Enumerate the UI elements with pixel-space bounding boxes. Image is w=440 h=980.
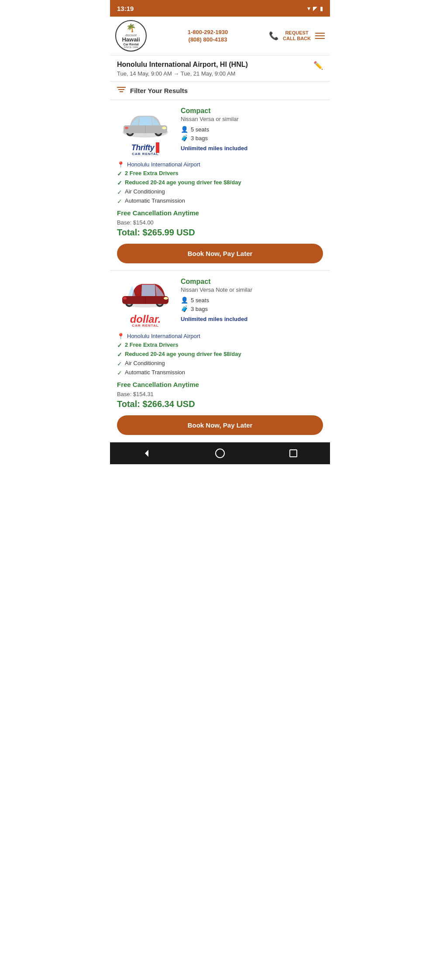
header: 🌴 discount Hawaii Car Rental - SINCE 199… (110, 17, 330, 55)
status-bar: 13:19 ▾ ◤ ▮ (110, 0, 330, 17)
total-price-thrifty: Total: $265.99 USD (117, 228, 323, 238)
status-time: 13:19 (117, 5, 134, 12)
unlimited-miles-dollar: Unlimited miles included (181, 316, 323, 322)
check-icon-1: ✓ (117, 170, 122, 177)
unlimited-miles-thrifty: Unlimited miles included (181, 145, 323, 152)
wifi-icon: ▾ (307, 5, 310, 12)
nav-recent-button[interactable] (285, 445, 302, 462)
car-image-thrifty (117, 107, 174, 140)
bags-spec-thrifty: 🧳 3 bags (181, 135, 323, 141)
search-location: Honolulu International Airport, HI (HNL) (117, 61, 248, 69)
car-specs-thrifty: 👤 5 seats 🧳 3 bags Unlimited miles inclu… (181, 126, 323, 152)
seats-spec-dollar: 👤 5 seats (181, 297, 323, 304)
thrifty-flag (156, 142, 159, 153)
car-details-thrifty: Compact Nissan Versa or similar 👤 5 seat… (181, 107, 323, 156)
check-icon-8: ✓ (117, 369, 122, 376)
signal-icon: ◤ (313, 5, 317, 12)
feature-ac-thrifty: ✓ Air Conditioning (117, 188, 323, 196)
menu-line-2 (315, 35, 325, 36)
car-model-thrifty: Nissan Versa or similar (181, 116, 323, 122)
menu-line-3 (315, 38, 325, 39)
phone-icon: 📞 (269, 31, 278, 41)
car-details-dollar: Compact Nissan Versa Note or similar 👤 5… (181, 278, 323, 328)
check-icon-2: ✓ (117, 179, 122, 186)
thrifty-sub-text: CAR RENTAL (132, 152, 158, 156)
car-image-dollar (117, 278, 174, 311)
search-dates: Tue, 14 May, 9:00 AM → Tue, 21 May, 9:00… (117, 70, 248, 77)
header-right: 📞 REQUESTCALL BACK (269, 30, 325, 41)
book-button-dollar[interactable]: Book Now, Pay Later (117, 415, 323, 435)
svg-point-9 (162, 127, 166, 129)
feature-extra-drivers-dollar: ✓ 2 Free Extra Drivers (117, 342, 323, 349)
car-category-thrifty: Compact (181, 107, 323, 115)
nav-bar (110, 442, 330, 464)
seats-spec-thrifty: 👤 5 seats (181, 126, 323, 133)
base-price-thrifty: Base: $154.00 (117, 219, 323, 226)
total-price-dollar: Total: $266.34 USD (117, 399, 323, 409)
base-price-dollar: Base: $154.31 (117, 391, 323, 397)
check-icon-4: ✓ (117, 198, 122, 205)
status-icons: ▾ ◤ ▮ (307, 5, 323, 12)
feature-extra-drivers-thrifty: ✓ 2 Free Extra Drivers (117, 170, 323, 177)
request-callback-label[interactable]: REQUESTCALL BACK (283, 30, 311, 41)
logo-hawaii: Hawaii (122, 37, 140, 43)
location-pin-icon: 📍 (117, 161, 124, 168)
header-contact: 1-800-292-1930 (808) 800-4183 (152, 29, 264, 43)
car-category-dollar: Compact (181, 278, 323, 286)
thrifty-logo-text: Thrifty (131, 143, 155, 152)
person-icon: 👤 (181, 126, 188, 133)
phone-1[interactable]: 1-800-292-1930 (188, 29, 228, 35)
car-card-thrifty: Thrifty CAR RENTAL Compact Nissan Versa … (110, 100, 330, 271)
logo-area[interactable]: 🌴 discount Hawaii Car Rental - SINCE 199… (115, 20, 147, 52)
free-cancel-thrifty: Free Cancellation Anytime (117, 209, 323, 217)
car-top-dollar: dollar. CAR RENTAL Compact Nissan Versa … (117, 278, 323, 328)
features-list-thrifty: 📍 Honolulu International Airport ✓ 2 Fre… (117, 161, 323, 205)
feature-transmission-dollar: ✓ Automatic Transmission (117, 369, 323, 376)
menu-line-1 (315, 33, 325, 34)
person-icon-dollar: 👤 (181, 297, 188, 304)
bags-spec-dollar: 🧳 3 bags (181, 305, 323, 312)
feature-young-driver-thrifty: ✓ Reduced 20-24 age young driver fee $8/… (117, 179, 323, 186)
edit-icon[interactable]: ✏️ (313, 61, 323, 70)
filter-label: Filter Your Results (130, 87, 188, 94)
svg-point-18 (164, 297, 168, 300)
location-pin-icon-dollar: 📍 (117, 333, 124, 340)
filter-bar[interactable]: Filter Your Results (110, 82, 330, 100)
features-list-dollar: 📍 Honolulu International Airport ✓ 2 Fre… (117, 333, 323, 376)
feature-ac-dollar: ✓ Air Conditioning (117, 360, 323, 367)
check-icon-7: ✓ (117, 360, 122, 367)
logo-since: - SINCE 1999 - (122, 46, 140, 48)
check-icon-5: ✓ (117, 342, 122, 349)
phone-2[interactable]: (808) 800-4183 (189, 36, 227, 43)
search-location-dates: Honolulu International Airport, HI (HNL)… (117, 61, 248, 77)
filter-icon (117, 86, 126, 95)
location-feature-thrifty: 📍 Honolulu International Airport (117, 161, 323, 168)
bag-icon: 🧳 (181, 135, 188, 141)
car-image-brand-thrifty: Thrifty CAR RENTAL (117, 107, 174, 156)
palm-icon: 🌴 (126, 23, 136, 33)
nav-back-button[interactable] (138, 445, 155, 462)
svg-marker-22 (145, 450, 148, 457)
car-image-brand-dollar: dollar. CAR RENTAL (117, 278, 174, 328)
thrifty-brand: Thrifty CAR RENTAL (131, 142, 160, 156)
feature-transmission-thrifty: ✓ Automatic Transmission (117, 197, 323, 205)
nav-home-button[interactable] (211, 445, 229, 462)
check-icon-6: ✓ (117, 351, 122, 358)
logo-circle: 🌴 discount Hawaii Car Rental - SINCE 199… (115, 20, 147, 52)
check-icon-3: ✓ (117, 189, 122, 196)
svg-point-19 (123, 297, 127, 300)
dollar-brand: dollar. CAR RENTAL (130, 313, 161, 328)
menu-button[interactable] (315, 33, 325, 39)
book-button-thrifty[interactable]: Book Now, Pay Later (117, 244, 323, 263)
location-feature-dollar: 📍 Honolulu International Airport (117, 333, 323, 340)
dollar-sub-text: CAR RENTAL (130, 324, 161, 328)
car-card-dollar: dollar. CAR RENTAL Compact Nissan Versa … (110, 271, 330, 442)
logo-car-rental: Car Rental (123, 43, 138, 46)
search-info: Honolulu International Airport, HI (HNL)… (110, 55, 330, 82)
car-model-dollar: Nissan Versa Note or similar (181, 286, 323, 293)
free-cancel-dollar: Free Cancellation Anytime (117, 381, 323, 388)
battery-icon: ▮ (320, 5, 323, 12)
car-specs-dollar: 👤 5 seats 🧳 3 bags Unlimited miles inclu… (181, 297, 323, 322)
car-top-thrifty: Thrifty CAR RENTAL Compact Nissan Versa … (117, 107, 323, 156)
svg-point-10 (125, 127, 128, 129)
